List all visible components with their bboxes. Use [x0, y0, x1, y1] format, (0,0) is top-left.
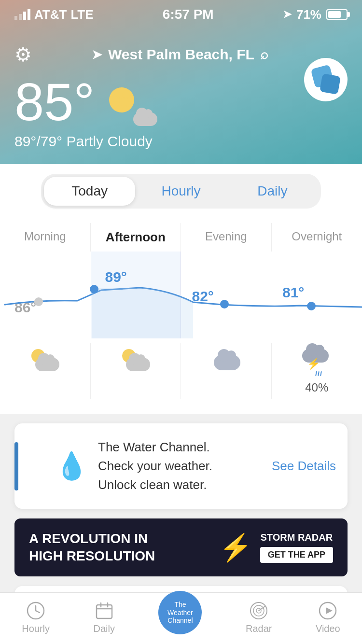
- nav-video[interactable]: Video: [316, 601, 340, 634]
- banner-ad[interactable]: A REVOLUTION INHIGH RESOLUTION ⚡ STORM R…: [14, 518, 348, 576]
- location-arrow-icon: ➤: [92, 47, 102, 62]
- location-label: West Palm Beach, FL: [108, 46, 254, 63]
- evening-weather-icon: [181, 343, 272, 399]
- svg-rect-3: [97, 605, 112, 618]
- storm-radar-label: STORM RADAR: [261, 532, 333, 543]
- search-icon[interactable]: ⌕: [260, 47, 268, 62]
- battery-percent: 71%: [296, 7, 321, 22]
- nav-weather-channel[interactable]: TheWeatherChannel: [158, 601, 202, 634]
- status-right: ➤ 71%: [283, 7, 348, 22]
- timeofday-section: Morning Afternoon Evening Overnight 86° …: [0, 218, 362, 414]
- get-app-button[interactable]: GET THE APP: [260, 547, 333, 563]
- morning-weather-icon: [0, 343, 91, 399]
- tabs-container: Today Hourly Daily: [0, 164, 362, 218]
- banner-text-left: A REVOLUTION INHIGH RESOLUTION: [29, 530, 155, 565]
- network-label: LTE: [70, 7, 93, 22]
- tabs: Today Hourly Daily: [41, 174, 321, 209]
- svg-line-2: [36, 611, 40, 613]
- signal-icon: [14, 9, 30, 20]
- tod-afternoon[interactable]: Afternoon: [91, 223, 181, 252]
- tab-hourly[interactable]: Hourly: [135, 177, 226, 206]
- overnight-weather-icon: ⚡ 40%: [272, 343, 362, 399]
- nav-hourly[interactable]: Hourly: [22, 601, 50, 634]
- nav-weather-channel-label: TheWeatherChannel: [167, 601, 193, 625]
- tod-overnight[interactable]: Overnight: [272, 223, 362, 252]
- status-left: AT&T LTE: [14, 7, 94, 22]
- time-label: 6:57 PM: [163, 7, 214, 22]
- radar-icon: [249, 601, 268, 620]
- nav-daily[interactable]: Daily: [94, 601, 115, 634]
- calendar-icon: [95, 601, 114, 620]
- morning-dot: [34, 297, 43, 306]
- ad-see-details-link[interactable]: See Details: [272, 459, 336, 474]
- nav-radar-label: Radar: [246, 623, 272, 634]
- afternoon-weather-icon: [91, 343, 181, 399]
- location-row: ➤ West Palm Beach, FL ⌕: [92, 46, 268, 63]
- timeofday-headers: Morning Afternoon Evening Overnight: [0, 218, 362, 252]
- overnight-dot: [307, 302, 316, 310]
- location-arrow-icon: ➤: [283, 8, 292, 21]
- carrier-label: AT&T: [34, 7, 67, 22]
- temp-curve: [0, 252, 362, 338]
- current-temp: 85°: [14, 75, 95, 128]
- ad-text: The Water Channel.Check your weather.Unl…: [98, 438, 262, 494]
- nav-radar[interactable]: Radar: [246, 601, 272, 634]
- nav-video-label: Video: [316, 623, 340, 634]
- precip-chance: 40%: [305, 381, 328, 394]
- clock-icon: [26, 601, 45, 620]
- battery-icon: [326, 9, 348, 20]
- hero-sub: 89°/79° Partly Cloudy: [14, 133, 157, 150]
- svg-marker-12: [326, 607, 333, 614]
- tod-evening[interactable]: Evening: [181, 223, 272, 252]
- low-temp: 79°: [41, 133, 62, 149]
- tab-daily[interactable]: Daily: [227, 177, 318, 206]
- lightning-icon: ⚡: [219, 532, 252, 563]
- condition-label: Partly Cloudy: [66, 133, 152, 149]
- weather-icons-row: ⚡ 40%: [0, 338, 362, 404]
- nav-hourly-label: Hourly: [22, 623, 50, 634]
- afternoon-dot: [90, 285, 98, 294]
- nav-daily-label: Daily: [94, 623, 115, 634]
- play-icon: [318, 601, 337, 620]
- tab-today[interactable]: Today: [44, 177, 135, 206]
- ad-card: 💧 The Water Channel.Check your weather.U…: [14, 423, 348, 509]
- temperature-chart: 86° 89° 82° 81°: [0, 252, 362, 338]
- settings-icon[interactable]: ⚙: [14, 43, 32, 66]
- evening-dot: [220, 300, 229, 308]
- high-temp: 89°: [14, 133, 36, 149]
- status-bar: AT&T LTE 6:57 PM ➤ 71%: [0, 0, 362, 26]
- tod-morning[interactable]: Morning: [0, 223, 91, 252]
- avatar[interactable]: [304, 58, 348, 101]
- bottom-nav: Hourly Daily TheWeatherChannel Radar: [0, 592, 362, 644]
- ad-water-drop-icon: 💧: [55, 450, 88, 482]
